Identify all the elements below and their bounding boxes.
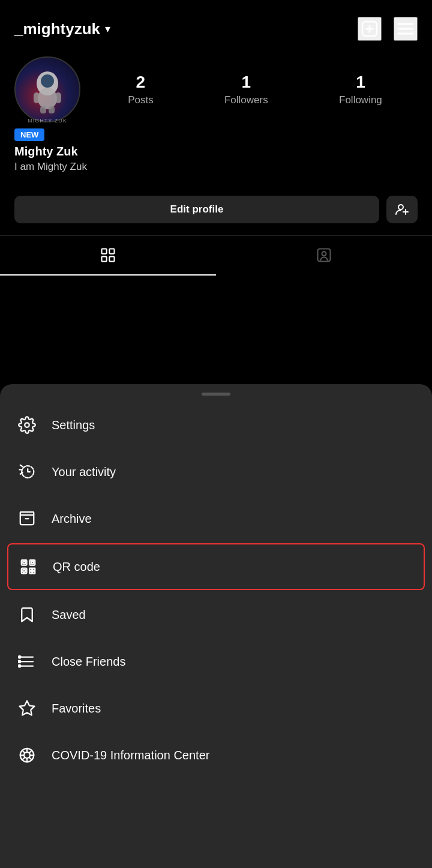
qr-code-label: QR code [53, 560, 100, 574]
menu-item-covid[interactable]: COVID-19 Information Center [0, 732, 432, 779]
svg-rect-19 [109, 256, 114, 261]
close-friends-icon [17, 651, 37, 672]
hamburger-menu-button[interactable] [394, 17, 418, 41]
menu-item-qr-code[interactable]: QR code [7, 543, 425, 590]
svg-line-50 [29, 750, 32, 753]
svg-rect-12 [49, 106, 55, 113]
tab-tagged[interactable] [216, 236, 432, 276]
top-header: _mightyzuk ▾ [0, 0, 432, 50]
svg-line-49 [29, 758, 32, 760]
stats-row: 2 Posts 1 Followers 1 Following [92, 73, 418, 106]
profile-top-row: MIGHTY ZUK 2 Posts 1 Followers 1 Followi… [14, 56, 418, 122]
svg-rect-32 [33, 568, 35, 571]
add-post-button[interactable] [358, 17, 382, 41]
svg-rect-34 [33, 571, 35, 574]
posts-stat[interactable]: 2 Posts [128, 73, 154, 106]
add-square-icon [360, 19, 379, 38]
activity-icon [17, 462, 37, 482]
profile-section: MIGHTY ZUK 2 Posts 1 Followers 1 Followi… [0, 50, 432, 185]
svg-line-48 [22, 750, 25, 753]
archive-label: Archive [52, 512, 92, 526]
following-count: 1 [356, 73, 365, 92]
avatar [14, 56, 80, 122]
bottom-drawer: Settings Your activity Archive [0, 384, 432, 868]
posts-label: Posts [128, 94, 154, 106]
settings-label: Settings [52, 418, 95, 432]
svg-point-39 [19, 660, 21, 663]
following-stat[interactable]: 1 Following [339, 73, 382, 106]
buttons-row: Edit profile [0, 185, 432, 229]
star-icon [17, 698, 37, 719]
edit-profile-button[interactable]: Edit profile [14, 196, 379, 223]
svg-rect-10 [55, 92, 61, 103]
avatar-image [26, 65, 68, 113]
covid-icon [17, 745, 37, 765]
svg-rect-17 [109, 249, 114, 254]
menu-item-activity[interactable]: Your activity [0, 448, 432, 495]
followers-stat[interactable]: 1 Followers [224, 73, 268, 106]
header-icons [358, 17, 418, 41]
svg-rect-25 [22, 560, 27, 565]
svg-rect-27 [30, 560, 35, 565]
tab-grid[interactable] [0, 236, 216, 276]
bookmark-icon [17, 604, 37, 625]
svg-marker-41 [20, 701, 35, 716]
svg-point-21 [322, 252, 326, 256]
drawer-handle[interactable] [202, 393, 230, 396]
menu-item-saved[interactable]: Saved [0, 591, 432, 638]
svg-rect-24 [20, 512, 34, 515]
saved-label: Saved [52, 608, 86, 622]
person-tag-icon [316, 247, 332, 264]
covid-label: COVID-19 Information Center [52, 749, 209, 762]
profile-display-name: Mighty Zuk [14, 145, 418, 158]
avatar-container[interactable]: MIGHTY ZUK [14, 56, 80, 122]
following-label: Following [339, 94, 382, 106]
posts-count: 2 [136, 73, 146, 92]
menu-item-close-friends[interactable]: Close Friends [0, 638, 432, 685]
add-person-icon [395, 202, 409, 217]
svg-rect-9 [34, 92, 40, 103]
tabs-row [0, 235, 432, 276]
archive-icon [17, 508, 37, 529]
activity-label: Your activity [52, 465, 116, 479]
username-area[interactable]: _mightyzuk ▾ [14, 20, 110, 38]
menu-item-archive[interactable]: Archive [0, 495, 432, 542]
svg-rect-11 [40, 106, 46, 113]
add-person-button[interactable] [386, 196, 418, 223]
svg-rect-20 [318, 249, 331, 262]
new-badge: NEW [14, 128, 44, 141]
svg-rect-18 [102, 256, 107, 261]
username-text: _mightyzuk [14, 20, 100, 38]
settings-icon [17, 415, 37, 435]
grid-icon [100, 247, 116, 264]
svg-line-51 [22, 758, 25, 760]
followers-label: Followers [224, 94, 268, 106]
svg-point-40 [19, 665, 21, 668]
svg-point-8 [38, 88, 57, 109]
svg-rect-29 [22, 568, 27, 574]
menu-item-settings[interactable]: Settings [0, 402, 432, 448]
profile-bio: I am Mighty Zuk [14, 161, 418, 173]
svg-point-38 [19, 656, 21, 659]
chevron-down-icon: ▾ [105, 22, 110, 35]
svg-rect-33 [30, 571, 32, 574]
followers-count: 1 [242, 73, 251, 92]
favorites-label: Favorites [52, 702, 101, 716]
svg-rect-26 [23, 561, 25, 564]
qr-code-icon [18, 556, 38, 577]
svg-rect-31 [30, 568, 32, 571]
svg-point-7 [41, 74, 54, 88]
avatar-label: MIGHTY ZUK [28, 118, 67, 124]
svg-point-13 [398, 205, 403, 209]
menu-item-favorites[interactable]: Favorites [0, 685, 432, 732]
svg-rect-28 [31, 561, 34, 564]
svg-rect-30 [23, 570, 25, 572]
close-friends-label: Close Friends [52, 655, 125, 669]
svg-rect-16 [102, 249, 107, 254]
svg-point-22 [25, 423, 29, 427]
hamburger-icon [396, 19, 415, 38]
